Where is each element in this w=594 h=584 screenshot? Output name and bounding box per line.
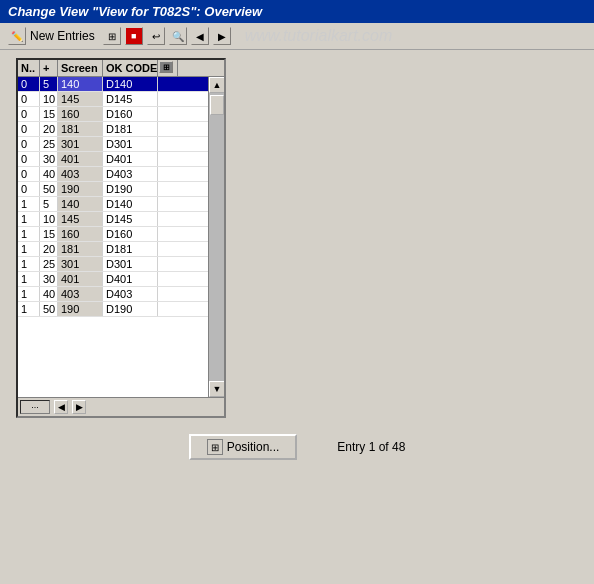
cell-plus: 40 [40,287,58,301]
new-entries-label: New Entries [30,29,95,43]
entry-info: Entry 1 of 48 [337,440,405,454]
table-row[interactable]: 0 40 403 D403 [18,167,208,182]
cell-n: 0 [18,107,40,121]
col-header-screen: Screen [58,60,103,76]
cell-plus: 5 [40,77,58,91]
position-button[interactable]: ⊞ Position... [189,434,298,460]
cell-ok-code: D140 [103,197,158,211]
col-header-ok-code: OK CODE [103,60,158,76]
cell-screen: 140 [58,77,103,91]
cell-plus: 10 [40,92,58,106]
cell-plus: 25 [40,137,58,151]
undo-icon[interactable]: ↩ [147,27,165,45]
cell-ok-code: D401 [103,152,158,166]
title-bar: Change View "View for T082S": Overview [0,0,594,23]
cell-screen: 190 [58,302,103,316]
position-label: Position... [227,440,280,454]
cell-plus: 10 [40,212,58,226]
cell-plus: 30 [40,272,58,286]
cell-n: 1 [18,257,40,271]
cell-ok-code: D301 [103,257,158,271]
table-row[interactable]: 0 5 140 D140 [18,77,208,92]
bottom-area: ⊞ Position... Entry 1 of 48 [16,418,578,476]
table-row[interactable]: 0 25 301 D301 [18,137,208,152]
table-row[interactable]: 1 50 190 D190 [18,302,208,317]
table-row[interactable]: 0 50 190 D190 [18,182,208,197]
find-icon[interactable]: 🔍 [169,27,187,45]
cell-screen: 140 [58,197,103,211]
table-row[interactable]: 1 20 181 D181 [18,242,208,257]
cell-n: 0 [18,182,40,196]
position-icon: ⊞ [207,439,223,455]
cell-n: 1 [18,302,40,316]
table-footer: ··· ◀ ▶ [18,397,224,416]
table-row[interactable]: 1 10 145 D145 [18,212,208,227]
cell-n: 0 [18,77,40,91]
watermark: www.tutorialkart.com [245,27,393,45]
cell-ok-code: D403 [103,287,158,301]
cell-n: 1 [18,197,40,211]
data-table: N.. + Screen OK CODE ⊞ 0 5 140 D140 [16,58,226,418]
scroll-up-btn[interactable]: ▲ [209,77,225,93]
cell-plus: 20 [40,122,58,136]
footer-dots[interactable]: ··· [20,400,50,414]
copy-icon[interactable]: ⊞ [103,27,121,45]
cell-ok-code: D140 [103,77,158,91]
cell-ok-code: D181 [103,122,158,136]
nav-icon2[interactable]: ▶ [213,27,231,45]
table-row[interactable]: 1 25 301 D301 [18,257,208,272]
cell-n: 1 [18,287,40,301]
window-title: Change View "View for T082S": Overview [8,4,262,19]
cell-n: 0 [18,137,40,151]
cell-ok-code: D160 [103,227,158,241]
table-body: 0 5 140 D140 0 10 145 D145 0 15 160 D160… [18,77,208,397]
col-header-n: N.. [18,60,40,76]
scroll-left-btn[interactable]: ◀ [54,400,68,414]
table-row[interactable]: 1 40 403 D403 [18,287,208,302]
cell-ok-code: D160 [103,107,158,121]
main-content: N.. + Screen OK CODE ⊞ 0 5 140 D140 [0,50,594,584]
main-window: Change View "View for T082S": Overview ✏… [0,0,594,584]
nav-icon1[interactable]: ◀ [191,27,209,45]
cell-screen: 301 [58,257,103,271]
cell-ok-code: D403 [103,167,158,181]
cell-ok-code: D181 [103,242,158,256]
cell-ok-code: D401 [103,272,158,286]
cell-plus: 20 [40,242,58,256]
col-settings-icon[interactable]: ⊞ [158,60,178,76]
toolbar: ✏️ New Entries ⊞ ■ ↩ 🔍 ◀ ▶ www.tutorialk… [0,23,594,50]
table-row[interactable]: 0 20 181 D181 [18,122,208,137]
cell-screen: 181 [58,122,103,136]
cell-screen: 403 [58,287,103,301]
cell-screen: 145 [58,92,103,106]
cell-ok-code: D190 [103,302,158,316]
cell-screen: 181 [58,242,103,256]
save-icon[interactable]: ■ [125,27,143,45]
cell-ok-code: D190 [103,182,158,196]
scroll-right-btn[interactable]: ▶ [72,400,86,414]
cell-screen: 403 [58,167,103,181]
cell-screen: 160 [58,227,103,241]
table-row[interactable]: 0 15 160 D160 [18,107,208,122]
scroll-thumb[interactable] [210,95,224,115]
cell-screen: 160 [58,107,103,121]
col-header-plus: + [40,60,58,76]
table-row[interactable]: 0 10 145 D145 [18,92,208,107]
cell-screen: 401 [58,272,103,286]
cell-plus: 40 [40,167,58,181]
cell-plus: 50 [40,302,58,316]
table-row[interactable]: 0 30 401 D401 [18,152,208,167]
table-row[interactable]: 1 15 160 D160 [18,227,208,242]
table-header: N.. + Screen OK CODE ⊞ [18,60,224,77]
cell-plus: 50 [40,182,58,196]
edit-icon[interactable]: ✏️ [8,27,26,45]
table-row[interactable]: 1 30 401 D401 [18,272,208,287]
cell-screen: 190 [58,182,103,196]
cell-ok-code: D301 [103,137,158,151]
table-row[interactable]: 1 5 140 D140 [18,197,208,212]
cell-n: 1 [18,212,40,226]
cell-plus: 15 [40,107,58,121]
scroll-down-btn[interactable]: ▼ [209,381,225,397]
cell-n: 0 [18,152,40,166]
vertical-scrollbar[interactable]: ▲ ▼ [208,77,224,397]
